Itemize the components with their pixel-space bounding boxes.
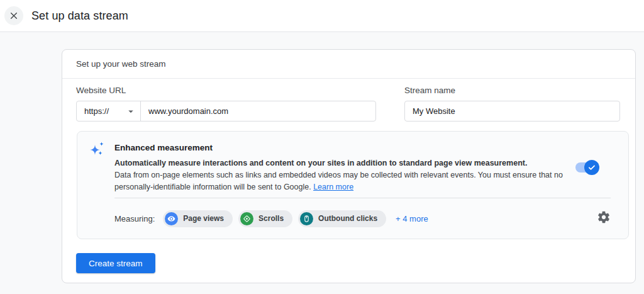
chip-label: Scrolls <box>258 214 284 223</box>
chip-page-views: Page views <box>163 210 233 227</box>
page-title: Set up data stream <box>31 9 128 23</box>
setup-data-stream-screen: Set up data stream Set up your web strea… <box>0 0 644 294</box>
chip-outbound-clicks: Outbound clicks <box>298 210 386 227</box>
close-icon <box>9 11 19 21</box>
chip-scrolls: Scrolls <box>238 210 292 227</box>
sparkle-icon <box>89 140 106 160</box>
learn-more-link[interactable]: Learn more <box>313 183 353 191</box>
website-url-field: Website URL https:// <box>76 86 376 122</box>
description-bold-line: Automatically measure interactions and c… <box>114 157 583 169</box>
card-header: Set up your web stream <box>62 50 635 79</box>
measurement-settings-button[interactable] <box>597 210 612 225</box>
divider <box>114 198 611 198</box>
gear-icon <box>597 210 612 224</box>
website-url-input[interactable] <box>141 101 375 121</box>
measuring-row: Measuring: Page views Scrolls <box>114 206 428 231</box>
chip-label: Outbound clicks <box>318 214 377 223</box>
web-stream-card: Set up your web stream Website URL https… <box>62 49 636 283</box>
chip-label: Page views <box>183 214 224 223</box>
toggle-thumb <box>584 160 599 175</box>
enhanced-measurement-panel: Enhanced measurement Automatically measu… <box>77 131 629 239</box>
protocol-select[interactable]: https:// <box>77 101 141 121</box>
enhanced-measurement-toggle[interactable] <box>575 160 599 175</box>
stream-name-field: Stream name <box>404 86 620 122</box>
enhanced-measurement-description: Automatically measure interactions and c… <box>114 157 583 193</box>
mouse-icon <box>300 212 313 225</box>
enhanced-measurement-title: Enhanced measurement <box>114 143 213 152</box>
eye-icon <box>165 212 178 225</box>
website-url-group: https:// <box>76 101 376 122</box>
stream-name-label: Stream name <box>404 86 620 95</box>
top-bar: Set up data stream <box>0 0 644 32</box>
more-measurements-link[interactable]: + 4 more <box>396 214 428 223</box>
measuring-label: Measuring: <box>114 214 155 223</box>
chevron-down-icon <box>125 106 136 117</box>
close-button[interactable] <box>4 6 23 25</box>
scroll-diamond-icon <box>240 212 253 225</box>
create-stream-button[interactable]: Create stream <box>76 253 155 273</box>
check-icon <box>587 163 596 172</box>
stream-name-input[interactable] <box>404 101 620 122</box>
website-url-label: Website URL <box>76 86 376 95</box>
protocol-value: https:// <box>84 106 109 116</box>
